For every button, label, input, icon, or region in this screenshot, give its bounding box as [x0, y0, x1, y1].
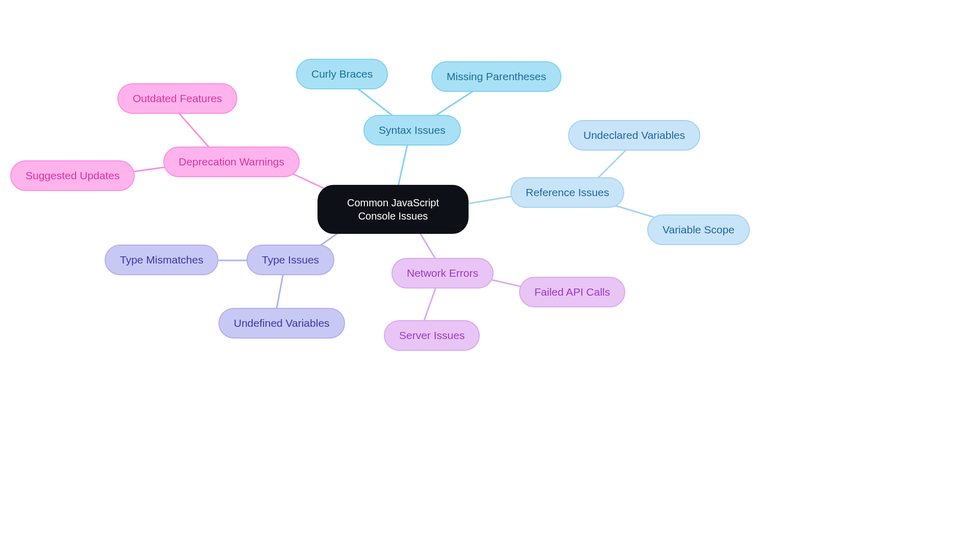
node-deprecation-warnings: Deprecation Warnings [163, 147, 300, 177]
node-label: Server Issues [399, 329, 464, 342]
node-label: Outdated Features [133, 92, 222, 105]
node-label: Variable Scope [663, 224, 734, 236]
node-server-issues: Server Issues [384, 320, 480, 351]
svg-line-3 [398, 140, 408, 186]
node-type-issues: Type Issues [247, 245, 334, 275]
node-reference-issues: Reference Issues [510, 177, 624, 208]
node-network-errors: Network Errors [391, 258, 494, 288]
node-missing-parentheses: Missing Parentheses [431, 61, 561, 92]
node-label: Network Errors [407, 267, 478, 279]
node-label: Type Issues [262, 254, 319, 266]
node-label: Common JavaScript Console Issues [331, 196, 455, 223]
node-undefined-variables: Undefined Variables [218, 308, 345, 339]
node-label: Failed API Calls [534, 286, 610, 298]
node-label: Syntax Issues [379, 124, 446, 136]
node-label: Undeclared Variables [583, 129, 685, 141]
node-label: Deprecation Warnings [179, 156, 284, 168]
node-root: Common JavaScript Console Issues [317, 185, 469, 234]
node-undeclared-variables: Undeclared Variables [568, 120, 700, 151]
node-label: Missing Parentheses [447, 70, 546, 83]
node-curly-braces: Curly Braces [296, 59, 388, 89]
node-variable-scope: Variable Scope [647, 214, 750, 245]
node-failed-api-calls: Failed API Calls [519, 277, 625, 307]
node-label: Undefined Variables [234, 317, 330, 329]
node-label: Curly Braces [311, 68, 373, 80]
svg-line-14 [424, 286, 436, 322]
node-label: Suggested Updates [26, 170, 119, 182]
node-syntax-issues: Syntax Issues [363, 115, 461, 146]
node-label: Reference Issues [526, 186, 609, 199]
node-outdated-features: Outdated Features [117, 83, 237, 114]
node-label: Type Mismatches [120, 254, 203, 266]
node-suggested-updates: Suggested Updates [10, 160, 135, 191]
node-type-mismatches: Type Mismatches [105, 245, 218, 275]
